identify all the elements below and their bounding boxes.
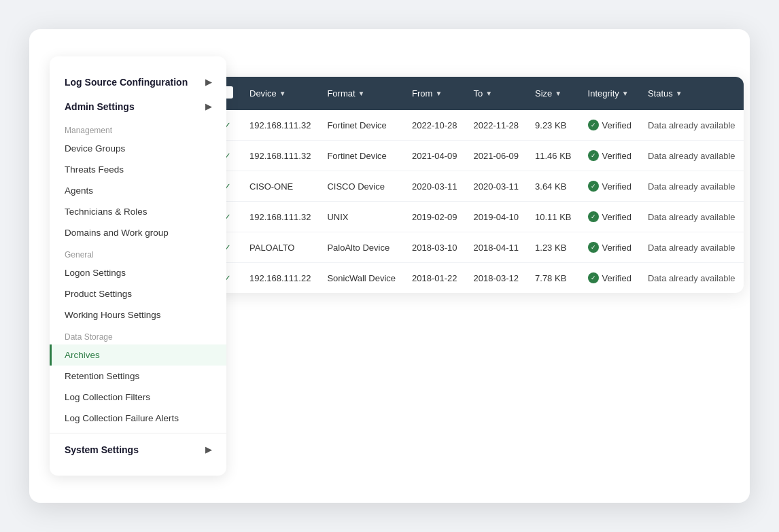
device-sort-icon: ▼ <box>279 90 286 97</box>
row-to: 2022-11-28 <box>466 110 527 141</box>
row-size: 11.46 KB <box>527 141 580 171</box>
row-format: Fortinet Device <box>319 141 404 171</box>
row-device: 192.168.111.32 <box>241 110 319 141</box>
table-row: ✓ 192.168.111.32 UNIX 2019-02-09 2019-04… <box>213 202 744 232</box>
device-column-header[interactable]: Device ▼ <box>241 77 319 110</box>
row-size: 9.23 KB <box>527 110 580 141</box>
table-row: ✓ 192.168.111.22 SonicWall Device 2018-0… <box>213 263 744 294</box>
table-row: ✓ CISO-ONE CISCO Device 2020-03-11 2020-… <box>213 171 744 202</box>
integrity-column-header[interactable]: Integrity ▼ <box>580 77 640 110</box>
sidebar-item-threats-feeds[interactable]: Threats Feeds <box>50 159 226 180</box>
data-table-wrapper: Device ▼ Format ▼ From <box>213 77 744 293</box>
from-sort-icon: ▼ <box>435 90 442 97</box>
system-settings-arrow-icon: ▶ <box>205 445 211 455</box>
sidebar-item-working-hours[interactable]: Working Hours Settings <box>50 304 226 325</box>
to-column-header[interactable]: To ▼ <box>466 77 527 110</box>
sidebar-item-device-groups[interactable]: Device Groups <box>50 138 226 159</box>
row-size: 10.11 KB <box>527 202 580 232</box>
sidebar-section-system-settings[interactable]: System Settings ▶ <box>50 438 226 462</box>
row-status: Data already available <box>640 171 744 202</box>
integrity-label: Verified <box>602 181 631 192</box>
integrity-sort-icon: ▼ <box>622 90 629 97</box>
row-from: 2018-01-22 <box>404 263 466 294</box>
row-to: 2021-06-09 <box>466 141 527 171</box>
verified-icon: ✓ <box>588 150 599 161</box>
sidebar: Log Source Confinguration ▶ Admin Settin… <box>50 56 226 476</box>
verified-icon: ✓ <box>588 242 599 253</box>
sidebar-section-admin-settings[interactable]: Admin Settings ▶ <box>50 94 226 119</box>
row-device: 192.168.111.32 <box>241 141 319 171</box>
size-sort-icon: ▼ <box>555 90 561 97</box>
row-device: CISO-ONE <box>241 171 319 202</box>
table-row: ✓ PALOALTO PaloAlto Device 2018-03-10 20… <box>213 232 744 263</box>
row-format: Fortinet Device <box>319 110 404 141</box>
row-integrity: ✓ Verified <box>580 263 640 294</box>
format-sort-icon: ▼ <box>358 90 365 97</box>
integrity-label: Verified <box>602 151 631 161</box>
row-status: Data already available <box>640 141 744 171</box>
verified-icon: ✓ <box>588 181 599 192</box>
row-format: UNIX <box>319 202 404 232</box>
row-status: Data already available <box>640 110 744 141</box>
sidebar-item-retention-settings[interactable]: Retention Settings <box>50 366 226 387</box>
sidebar-section-log-source-label: Log Source Confinguration <box>65 77 188 88</box>
row-format: CISCO Device <box>319 171 404 202</box>
row-from: 2022-10-28 <box>404 110 466 141</box>
row-from: 2018-03-10 <box>404 232 466 263</box>
row-device: PALOALTO <box>241 232 319 263</box>
sidebar-item-technicians-roles[interactable]: Technicians & Roles <box>50 201 226 222</box>
row-size: 7.78 KB <box>527 263 580 294</box>
table-row: ✓ 192.168.111.32 Fortinet Device 2022-10… <box>213 110 744 141</box>
row-size: 1.23 KB <box>527 232 580 263</box>
to-sort-icon: ▼ <box>485 90 492 97</box>
management-category-label: Management <box>50 119 226 138</box>
row-status: Data already available <box>640 263 744 294</box>
sidebar-section-admin-label: Admin Settings <box>65 101 135 112</box>
integrity-label: Verified <box>602 120 631 130</box>
row-from: 2020-03-11 <box>404 171 466 202</box>
status-column-header[interactable]: Status ▼ <box>640 77 744 110</box>
sidebar-item-logon-settings[interactable]: Logon Settings <box>50 262 226 283</box>
verified-icon: ✓ <box>588 211 599 222</box>
row-to: 2018-04-11 <box>466 232 527 263</box>
main-content: Device ▼ Format ▼ From <box>213 77 744 476</box>
admin-settings-arrow-icon: ▶ <box>205 102 211 111</box>
row-device: 192.168.111.32 <box>241 202 319 232</box>
sidebar-item-product-settings[interactable]: Product Settings <box>50 283 226 304</box>
data-storage-category-label: Data Storage <box>50 325 226 344</box>
integrity-label: Verified <box>602 273 631 283</box>
row-integrity: ✓ Verified <box>580 141 640 171</box>
verified-icon: ✓ <box>588 120 599 130</box>
sidebar-item-log-collection-failure[interactable]: Log Collection Failure Alerts <box>50 408 226 429</box>
row-format: SonicWall Device <box>319 263 404 294</box>
app-container: Log Source Confinguration ▶ Admin Settin… <box>29 29 750 503</box>
status-sort-icon: ▼ <box>676 90 682 97</box>
sidebar-item-archives[interactable]: Archives <box>50 344 226 366</box>
sidebar-item-agents[interactable]: Agents <box>50 180 226 201</box>
sidebar-section-system-label: System Settings <box>65 444 139 455</box>
row-integrity: ✓ Verified <box>580 232 640 263</box>
from-column-header[interactable]: From ▼ <box>404 77 466 110</box>
verified-icon: ✓ <box>588 272 599 283</box>
row-format: PaloAlto Device <box>319 232 404 263</box>
integrity-label: Verified <box>602 243 631 253</box>
row-integrity: ✓ Verified <box>580 202 640 232</box>
row-from: 2019-02-09 <box>404 202 466 232</box>
archives-table: Device ▼ Format ▼ From <box>213 77 744 293</box>
row-integrity: ✓ Verified <box>580 110 640 141</box>
row-from: 2021-04-09 <box>404 141 466 171</box>
general-category-label: General <box>50 243 226 262</box>
format-column-header[interactable]: Format ▼ <box>319 77 404 110</box>
row-integrity: ✓ Verified <box>580 171 640 202</box>
size-column-header[interactable]: Size ▼ <box>527 77 580 110</box>
row-device: 192.168.111.22 <box>241 263 319 294</box>
integrity-label: Verified <box>602 212 631 222</box>
sidebar-divider <box>50 433 226 433</box>
row-status: Data already available <box>640 232 744 263</box>
sidebar-section-log-source[interactable]: Log Source Confinguration ▶ <box>50 70 226 94</box>
sidebar-item-log-collection-filters[interactable]: Log Collection Filters <box>50 387 226 408</box>
row-status: Data already available <box>640 202 744 232</box>
sidebar-item-domains-workgroup[interactable]: Domains and Work group <box>50 222 226 243</box>
row-to: 2019-04-10 <box>466 202 527 232</box>
log-source-arrow-icon: ▶ <box>205 77 211 87</box>
